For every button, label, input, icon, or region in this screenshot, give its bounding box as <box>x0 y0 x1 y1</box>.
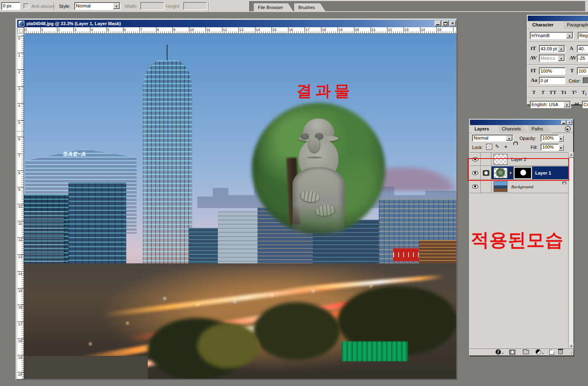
kerning-value: Metrics <box>541 56 555 61</box>
chevron-down-icon[interactable]: ▼ <box>564 102 570 107</box>
vertical-ruler[interactable]: 01234567891011121314151617181920 <box>17 34 24 379</box>
lock-all-icon[interactable] <box>512 144 519 150</box>
close-button[interactable]: × <box>567 121 572 125</box>
spinner-arrow-icon[interactable]: ▶ <box>559 144 564 151</box>
text-color-swatch[interactable] <box>583 77 588 84</box>
ruler-number: 10 <box>190 28 194 32</box>
palette-menu-button[interactable]: ▶ <box>565 126 571 132</box>
layer-thumbnail[interactable] <box>494 181 508 192</box>
ruler-number: 16 <box>18 305 22 309</box>
anti-alias-dropdown[interactable]: Cr <box>582 101 588 108</box>
visibility-toggle[interactable] <box>470 166 481 179</box>
lock-position-icon[interactable]: + <box>504 144 510 150</box>
font-style-dropdown[interactable]: Regu <box>578 32 588 39</box>
faux-italic-button[interactable]: T <box>539 89 547 96</box>
blend-mode-dropdown[interactable]: Normal ▼ <box>472 135 513 142</box>
horizontal-ruler[interactable]: 0123456789101112131415161718192021222324… <box>24 27 456 34</box>
layer-thumbnail[interactable] <box>494 154 508 165</box>
minimize-button[interactable] <box>435 21 441 26</box>
statue-mouth <box>307 156 322 159</box>
superscript-button[interactable]: T¹ <box>570 89 579 96</box>
kerning-icon: AV <box>530 54 537 61</box>
lock-pixels-icon[interactable]: ✎ <box>495 144 501 150</box>
faux-bold-button[interactable]: T <box>530 89 538 96</box>
ruler-number: 13 <box>18 255 22 259</box>
mask-edit-indicator[interactable] <box>481 166 491 179</box>
baseline-shift-input[interactable]: 0 pt <box>539 77 565 84</box>
horizontal-scale-input[interactable]: 100 <box>577 67 588 75</box>
tab-paragraph[interactable]: Paragraph <box>564 21 588 29</box>
photo-red-sign <box>393 249 419 261</box>
palette-well: File Browser Brushes <box>249 1 586 12</box>
font-size-dropdown[interactable]: 43.09 pt ▼ <box>539 45 565 52</box>
image-canvas[interactable]: SAE-A <box>24 34 456 379</box>
tab-channels[interactable]: Channels <box>498 125 528 133</box>
new-group-icon[interactable] <box>523 350 529 354</box>
tracking-dropdown[interactable]: -25 <box>577 54 588 62</box>
ruler-number: 13 <box>239 28 243 32</box>
chevron-down-icon[interactable]: ▼ <box>566 33 573 38</box>
small-caps-button[interactable]: Tt <box>560 89 568 96</box>
ruler-number: 2 <box>58 28 60 32</box>
close-button[interactable]: × <box>449 21 456 26</box>
add-layer-mask-icon[interactable] <box>509 350 515 355</box>
tab-file-browser[interactable]: File Browser <box>254 3 293 12</box>
layer-name[interactable]: Background <box>511 184 533 189</box>
width-input[interactable] <box>140 2 164 10</box>
new-layer-icon[interactable] <box>549 350 554 355</box>
tab-paths[interactable]: Paths <box>528 125 552 133</box>
resize-grip[interactable] <box>568 349 573 355</box>
lock-transparency-icon[interactable] <box>486 144 492 150</box>
font-family-dropdown[interactable]: HYnamB ▼ <box>530 32 574 39</box>
annotation-applied-text: 적용된모습 <box>471 228 564 252</box>
language-dropdown[interactable]: English: USA ▼ <box>530 101 571 108</box>
minimize-button[interactable] <box>561 121 566 125</box>
lock-label: Lock: <box>472 145 483 150</box>
palette-titlebar[interactable] <box>528 16 588 21</box>
chevron-down-icon[interactable]: ▼ <box>558 46 564 52</box>
horizontal-scale-icon: T <box>570 67 574 74</box>
tracking-value: -25 <box>579 56 585 61</box>
scroll-up-icon[interactable]: ▲ <box>569 152 574 158</box>
leading-dropdown[interactable]: 40. <box>577 45 588 52</box>
subscript-button[interactable]: T₁ <box>580 89 588 96</box>
tolerance-input[interactable]: 0 px <box>1 2 20 10</box>
vertical-scale-input[interactable]: 100% <box>539 67 565 75</box>
all-caps-button[interactable]: TT <box>549 89 557 96</box>
layer-style-icon[interactable]: f <box>496 349 501 355</box>
fill-input[interactable]: 100% ▶ <box>541 144 559 151</box>
anti-aliased-checkbox[interactable] <box>24 3 29 9</box>
layer-row-layer2[interactable]: Layer 2 <box>470 153 568 166</box>
tab-layers[interactable]: Layers <box>471 125 498 133</box>
link-column[interactable] <box>481 180 491 193</box>
visibility-toggle[interactable] <box>470 180 481 193</box>
visibility-toggle[interactable] <box>470 153 481 166</box>
height-input[interactable] <box>183 2 207 10</box>
ruler-number: 22 <box>388 28 392 32</box>
spinner-arrow-icon[interactable]: ▶ <box>559 135 564 142</box>
adjustment-layer-icon[interactable] <box>536 349 541 355</box>
ruler-corner[interactable] <box>17 27 24 34</box>
maximize-button[interactable] <box>442 21 449 26</box>
layer-row-background[interactable]: Background <box>470 180 568 193</box>
chevron-down-icon[interactable]: ▼ <box>113 3 120 9</box>
layer-name[interactable]: Layer 2 <box>511 157 527 162</box>
separator <box>208 1 209 11</box>
layer-mask-thumbnail[interactable] <box>514 167 532 179</box>
trash-icon[interactable] <box>558 350 563 354</box>
chevron-down-icon[interactable]: ▼ <box>506 135 512 141</box>
tab-brushes[interactable]: Brushes <box>294 3 326 12</box>
tab-character[interactable]: Character <box>529 21 564 29</box>
opacity-input[interactable]: 100% ▶ <box>541 135 559 142</box>
layer-row-layer1-selected[interactable]: Layer 1 <box>470 166 568 180</box>
color-label: Color: <box>569 78 581 83</box>
document-titlebar[interactable]: pla04048.jpg @ 33.3% (Layer 1, Layer Mas… <box>17 20 456 27</box>
link-column[interactable] <box>481 153 491 166</box>
chevron-down-icon[interactable]: ▼ <box>558 55 564 61</box>
layers-scrollbar[interactable]: ▲ ▼ <box>568 152 574 349</box>
layer-thumbnail[interactable] <box>494 168 508 178</box>
kerning-dropdown[interactable]: Metrics ▼ <box>539 54 565 62</box>
style-dropdown[interactable]: Normal ▼ <box>74 2 120 10</box>
palette-titlebar[interactable]: × <box>470 120 573 125</box>
layer-name[interactable]: Layer 1 <box>535 171 551 175</box>
